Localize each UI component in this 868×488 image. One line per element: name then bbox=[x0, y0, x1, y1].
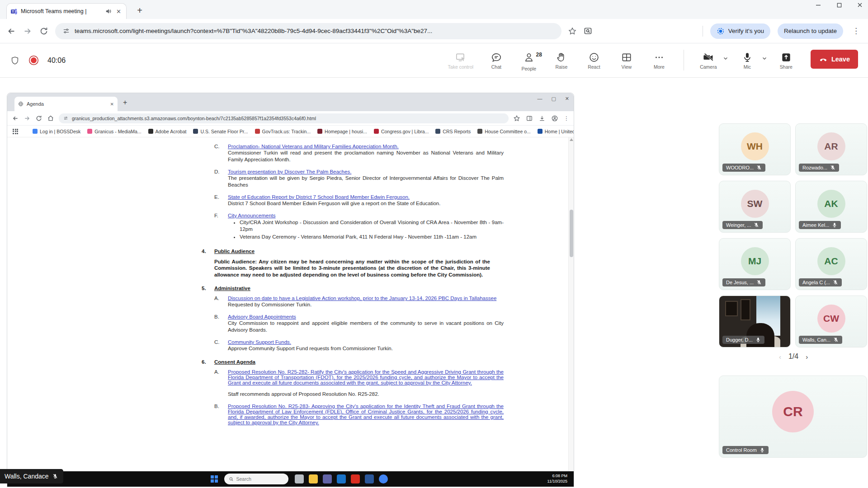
react-button[interactable]: React bbox=[580, 50, 609, 70]
public-audience-text: Public Audience: Any citizen may be hear… bbox=[214, 258, 490, 279]
word-app-icon[interactable] bbox=[365, 474, 374, 483]
shared-tab-close-icon[interactable]: ✕ bbox=[110, 102, 114, 107]
people-button[interactable]: 28 People bbox=[514, 50, 543, 71]
shared-reload-icon[interactable] bbox=[35, 115, 42, 122]
window-maximize-button[interactable] bbox=[835, 2, 844, 9]
shared-menu-icon[interactable]: ⋮ bbox=[564, 115, 569, 122]
participant-tile[interactable]: CW Walls, Can... bbox=[795, 296, 867, 347]
bookmark-item[interactable]: House Committee o... bbox=[477, 129, 531, 134]
acrobat-app-icon[interactable] bbox=[351, 474, 360, 483]
tab-close-icon[interactable]: ✕ bbox=[115, 8, 123, 15]
participant-tile[interactable]: AC Angela C (... bbox=[795, 238, 867, 290]
document-scrollbar[interactable] bbox=[568, 137, 574, 471]
back-button[interactable] bbox=[6, 26, 16, 36]
tab-audio-icon[interactable] bbox=[105, 8, 112, 14]
bookmark-item[interactable]: CRS Reports bbox=[435, 129, 471, 134]
bookmark-item[interactable]: Homepage | housi... bbox=[317, 129, 367, 134]
scrollbar-thumb[interactable] bbox=[570, 210, 573, 257]
browser-tabstrip: T Microsoft Teams meeting | ✕ + bbox=[0, 0, 868, 19]
browser-menu-icon[interactable]: ⋮ bbox=[850, 26, 862, 36]
shared-sidepanel-icon[interactable] bbox=[526, 115, 533, 122]
tab-search-icon[interactable] bbox=[583, 26, 593, 36]
site-settings-icon[interactable] bbox=[62, 27, 70, 35]
forward-button[interactable] bbox=[23, 26, 33, 36]
chat-button[interactable]: Chat bbox=[482, 50, 511, 70]
file-explorer-icon[interactable] bbox=[309, 474, 318, 483]
more-button[interactable]: More bbox=[645, 50, 674, 70]
page-prev-icon[interactable]: ‹ bbox=[779, 353, 781, 361]
address-bar[interactable]: teams.microsoft.com/light-meetings/launc… bbox=[55, 23, 561, 39]
shared-download-icon[interactable] bbox=[538, 115, 546, 122]
mic-off-icon bbox=[754, 222, 759, 228]
raise-hand-button[interactable]: Raise bbox=[547, 50, 576, 70]
leave-button[interactable]: Leave bbox=[811, 50, 858, 69]
camera-button[interactable]: Camera bbox=[694, 50, 723, 70]
participant-tile[interactable]: SW Weinger, ... bbox=[719, 181, 791, 233]
agenda-link[interactable]: Tourism presentation by Discover The Pal… bbox=[228, 169, 504, 174]
participant-tile[interactable]: MJ De Jesus, ... bbox=[719, 238, 791, 290]
agenda-document: C. Proclamation- National Veterans and M… bbox=[7, 137, 574, 471]
view-button[interactable]: View bbox=[612, 50, 641, 70]
shared-window-close-icon[interactable]: ✕ bbox=[565, 96, 569, 102]
window-minimize-button[interactable] bbox=[814, 2, 823, 9]
new-tab-button[interactable]: + bbox=[134, 5, 146, 17]
agenda-link[interactable]: Advisory Board Appointments bbox=[228, 314, 504, 319]
outlook-app-icon[interactable] bbox=[337, 474, 346, 483]
bookmark-item[interactable]: Congress.gov | Libra... bbox=[374, 129, 429, 134]
share-button[interactable]: Share bbox=[772, 50, 801, 70]
participant-tile[interactable]: AR Rozwado... bbox=[795, 123, 867, 175]
teams-app-icon[interactable] bbox=[323, 474, 332, 483]
camera-options-chevron-icon[interactable] bbox=[723, 52, 728, 64]
verify-identity-button[interactable]: Verify it's you bbox=[710, 23, 770, 39]
spotlight-tile-control-room[interactable]: CR Control Room bbox=[719, 375, 867, 458]
shared-bookmark-star-icon[interactable] bbox=[513, 115, 520, 122]
scrollbar-up-arrow-icon[interactable] bbox=[570, 138, 573, 141]
shared-profile-icon[interactable] bbox=[551, 115, 558, 122]
taskbar-clock[interactable]: 6:08 PM 11/10/2025 bbox=[547, 474, 567, 484]
page-next-icon[interactable]: › bbox=[806, 353, 808, 361]
agenda-link[interactable]: State of Education Report by District 7 … bbox=[228, 194, 504, 200]
video-background bbox=[725, 301, 738, 316]
bookmark-item[interactable]: GovTrack.us: Trackin... bbox=[255, 129, 311, 134]
announcement-bullet: City/CRA Joint Workshop - Discussion and… bbox=[240, 219, 504, 233]
browser-tab-teams[interactable]: T Microsoft Teams meeting | ✕ bbox=[6, 3, 127, 19]
apps-grid-icon[interactable] bbox=[13, 129, 18, 134]
taskbar-search[interactable]: Search bbox=[224, 474, 288, 484]
agenda-link[interactable]: Proposed Resolution No. R25-282- Ratify … bbox=[228, 369, 504, 385]
more-icon bbox=[653, 52, 665, 63]
shared-browser-tab-agenda[interactable]: Agenda ✕ bbox=[14, 97, 118, 111]
bookmark-item[interactable]: Log in | BOSSDesk bbox=[33, 129, 80, 134]
agenda-link[interactable]: Proclamation- National Veterans and Mili… bbox=[228, 144, 504, 149]
start-button-icon[interactable] bbox=[211, 475, 218, 483]
shared-back-icon[interactable] bbox=[12, 115, 19, 122]
recording-indicator-icon bbox=[31, 57, 37, 63]
agenda-link[interactable]: Proposed Resolution No. R25-283- Approvi… bbox=[228, 404, 504, 425]
bookmark-item[interactable]: Granicus - MediaMa... bbox=[87, 129, 141, 134]
shared-window-minimize-icon[interactable]: — bbox=[537, 96, 542, 102]
chrome-app-icon[interactable] bbox=[379, 474, 388, 483]
take-control-button[interactable]: Take control bbox=[443, 50, 478, 70]
participant-tile[interactable]: WH WOODRO... bbox=[719, 123, 791, 175]
bookmark-item[interactable]: U.S. Senate Floor Pr... bbox=[193, 129, 248, 134]
bookmark-star-icon[interactable] bbox=[568, 27, 577, 36]
mic-button[interactable]: Mic bbox=[733, 50, 762, 70]
participant-video-tile[interactable]: Dugger, D... bbox=[719, 296, 791, 347]
reload-button[interactable] bbox=[39, 26, 49, 36]
agenda-link[interactable]: Community Support Funds. bbox=[228, 339, 504, 345]
bookmark-item[interactable]: Adobe Acrobat bbox=[148, 129, 187, 134]
shared-address-bar[interactable]: granicus_production_attachments.s3.amazo… bbox=[59, 113, 509, 123]
agenda-link[interactable]: City Announcements bbox=[228, 213, 504, 218]
participant-tile[interactable]: AK Aimee Kel... bbox=[795, 181, 867, 233]
agenda-link[interactable]: Discussion on date to have a Legislative… bbox=[228, 296, 504, 301]
window-close-button[interactable] bbox=[855, 2, 864, 9]
shared-forward-icon[interactable] bbox=[24, 115, 31, 122]
shared-home-icon[interactable] bbox=[47, 115, 54, 122]
relaunch-update-button[interactable]: Relaunch to update bbox=[778, 23, 843, 39]
shared-window-maximize-icon[interactable]: ▢ bbox=[551, 96, 556, 102]
bookmark-item[interactable]: Home | United State... bbox=[538, 129, 574, 134]
shared-new-tab-button[interactable]: + bbox=[123, 99, 127, 107]
task-view-icon[interactable] bbox=[295, 474, 304, 483]
shield-icon[interactable] bbox=[10, 56, 20, 66]
agenda-item-6b: B. Proposed Resolution No. R25-283- Appr… bbox=[214, 404, 504, 425]
mic-options-chevron-icon[interactable] bbox=[762, 52, 767, 64]
